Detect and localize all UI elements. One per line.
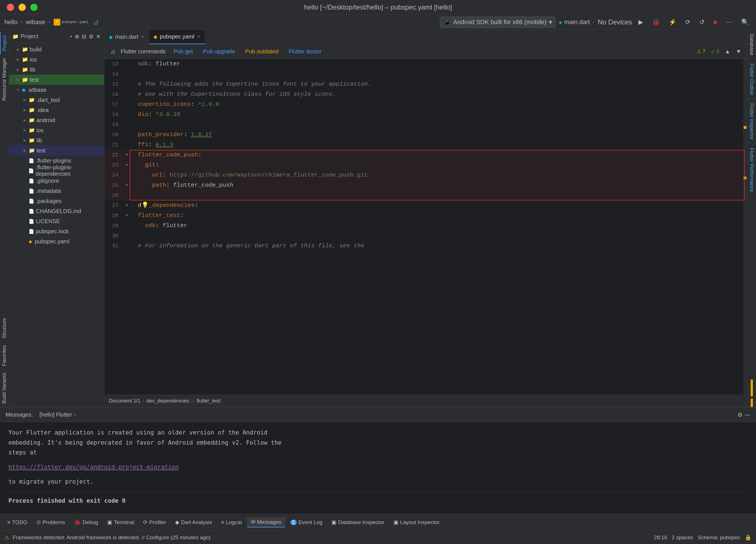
bottom-tab-problems[interactable]: ⊙ Problems — [33, 517, 69, 527]
device-selector[interactable]: 📱 Android SDK built for x86 (mobile) ▾ — [440, 17, 556, 28]
editor-status: Document 1/1 › dev_dependencies: › flutt… — [104, 395, 747, 407]
panel-hide-btn[interactable]: — — [745, 412, 750, 418]
flutter-doctor-button[interactable]: Flutter doctor — [287, 47, 324, 56]
dart-tab-icon: ◆ — [109, 34, 113, 40]
flutter-hot-restart[interactable]: ↺ — [697, 17, 707, 28]
tree-item-test[interactable]: ▶ 📁 test — [9, 145, 104, 156]
messages-tab[interactable]: [hello] Flutter ✕ — [37, 412, 79, 418]
messages-tab-bar-label: Messages — [257, 519, 281, 525]
profiler-label: Profiler — [149, 519, 166, 525]
bottom-tab-layout-inspector[interactable]: ▣ Layout Inspector — [390, 517, 443, 527]
bottom-tab-event-log[interactable]: 1 Event Log — [287, 518, 326, 527]
sidebar-tab-project[interactable]: Project — [0, 32, 9, 54]
line-num-29: 29 — [104, 221, 124, 231]
bottom-tab-database-inspector[interactable]: ▣ Database Inspector — [327, 517, 388, 527]
code-line-19: 19 — [104, 120, 747, 130]
project-close-btn[interactable]: ✕ — [96, 33, 101, 40]
tree-item-lib[interactable]: ▶ 📁 lib — [9, 135, 104, 145]
profile-button[interactable]: ⚡ — [666, 17, 679, 28]
folder-icon-test-top: 📁 — [22, 77, 28, 83]
run-file-selector[interactable]: ◆ main.dart ▾ — [559, 19, 594, 26]
tree-item-packages[interactable]: ▶ 📄 .packages — [9, 196, 104, 206]
traffic-lights — [7, 4, 38, 11]
profiler-icon: ⟳ — [143, 519, 148, 525]
pub-upgrade-button[interactable]: Pub upgrade — [201, 47, 237, 56]
message-line-3: steps at — [8, 448, 748, 458]
panel-settings-btn[interactable]: ⚙ — [737, 412, 743, 418]
breadcrumb-pubspec[interactable]: Y pubspec.yaml — [54, 19, 88, 26]
migration-link[interactable]: https://flutter.dev/go/android-project-m… — [8, 464, 179, 470]
flutter-commands-bar: ⊿ Flutter commands Pub get Pub upgrade P… — [104, 44, 747, 59]
breadcrumb-sep-1: › — [20, 19, 23, 26]
project-settings-btn[interactable]: ⚙ — [89, 33, 94, 40]
right-tab-flutter-performance[interactable]: Flutter Performance — [748, 144, 756, 197]
line-content-28: flutter_test: — [130, 211, 185, 221]
project-collapse-btn[interactable]: ⊟ — [82, 33, 86, 40]
tree-item-metadata[interactable]: ▶ 📄 .metadata — [9, 186, 104, 196]
sidebar-tab-favorites[interactable]: Favorites — [0, 342, 8, 369]
tree-item-license[interactable]: ▶ 📄 LICENSE — [9, 216, 104, 226]
bottom-tab-messages[interactable]: ✉ Messages — [247, 517, 285, 527]
bottom-tab-debug[interactable]: 🐞 Debug — [70, 517, 102, 527]
code-editor[interactable]: 13 sdk: flutter 14 15 # The fo — [104, 59, 747, 395]
sidebar-tab-resource[interactable]: Resource Manager — [0, 54, 8, 104]
stop-button[interactable]: ■ — [711, 17, 720, 28]
breadcrumb-hello[interactable]: hello — [4, 19, 17, 26]
code-line-30: 30 — [104, 231, 747, 241]
fold-23: ▼ — [124, 160, 130, 170]
window-title: hello [~/Desktop/test/hello] – pubspec.y… — [304, 3, 452, 11]
event-log-badge: 1 — [290, 520, 297, 525]
messages-tab-close[interactable]: ✕ — [74, 413, 77, 417]
project-add-btn[interactable]: ⊕ — [75, 33, 79, 40]
debug-button[interactable]: 🐞 — [649, 17, 663, 28]
tree-item-idea[interactable]: ▶ 📁 .idea — [9, 105, 104, 115]
bottom-tab-logcat[interactable]: ≡ Logcat — [217, 518, 246, 527]
tree-item-pubspec-lock[interactable]: ▶ 📄 pubspec.lock — [9, 226, 104, 236]
bottom-tab-todo[interactable]: ≡ TODO — [3, 518, 31, 527]
tab-pubspec-yaml-close[interactable]: ✕ — [197, 34, 200, 39]
gutter-warning-2 — [744, 177, 746, 179]
bottom-tab-dart-analysis[interactable]: ◆ Dart Analysis — [171, 517, 216, 527]
flutter-cmd-icon: ⊿ — [110, 48, 115, 55]
tree-item-lib-top[interactable]: ▶ 📁 lib — [9, 65, 104, 75]
tree-label-license: LICENSE — [36, 218, 60, 225]
right-tab-flutter-outline[interactable]: Flutter Outline — [748, 60, 756, 99]
tree-item-wtbase[interactable]: ▼ ◆ wtbase — [9, 85, 104, 95]
more-button[interactable]: ⋯ — [723, 17, 735, 28]
pub-get-button[interactable]: Pub get — [171, 47, 195, 56]
message-divider — [8, 491, 748, 492]
project-menu-btn[interactable]: ▾ — [70, 34, 72, 39]
pub-outdated-button[interactable]: Pub outdated — [243, 47, 281, 56]
maximize-button[interactable] — [30, 4, 38, 11]
tree-item-gitignore[interactable]: ▶ 📄 .gitignore — [9, 176, 104, 186]
run-button[interactable]: ▶ — [636, 17, 646, 28]
tab-main-dart[interactable]: ◆ main.dart ✕ — [104, 30, 149, 44]
tree-item-changelog[interactable]: ▶ 📄 CHANGELOG.md — [9, 206, 104, 216]
close-button[interactable] — [7, 4, 14, 11]
minimize-button[interactable] — [19, 4, 26, 11]
tree-item-dart-tool[interactable]: ▶ 📁 .dart_tool — [9, 95, 104, 105]
tree-item-ios[interactable]: ▶ 📁 ios — [9, 125, 104, 135]
tree-item-test-top[interactable]: ▶ 📁 test — [9, 75, 104, 85]
sidebar-tab-structure[interactable]: Structure — [0, 315, 8, 342]
tree-item-build[interactable]: ▶ 📁 build — [9, 44, 104, 54]
expand-down-btn[interactable]: ▼ — [736, 48, 741, 55]
tab-pubspec-yaml[interactable]: ◆ pubspec.yaml ✕ — [149, 30, 205, 44]
expand-up-btn[interactable]: ▲ — [725, 48, 730, 55]
line-num-24: 24 — [104, 170, 124, 180]
flutter-hot-reload[interactable]: ⟳ — [682, 17, 693, 28]
right-tab-database[interactable]: Database — [748, 30, 756, 60]
bottom-tab-profiler[interactable]: ⟳ Profiler — [139, 517, 170, 527]
right-tab-flutter-inspector[interactable]: Flutter Inspector — [748, 99, 756, 144]
tab-main-dart-close[interactable]: ✕ — [141, 34, 144, 40]
tree-label-lib: lib — [36, 137, 42, 144]
tree-item-android[interactable]: ▶ 📁 android — [9, 115, 104, 125]
tree-item-ios-top[interactable]: ▶ 📁 ios — [9, 54, 104, 65]
breadcrumb-wtbase[interactable]: wtbase — [26, 19, 45, 26]
search-button[interactable]: 🔍 — [738, 17, 752, 28]
fold-27: ▼ — [124, 200, 130, 211]
sidebar-tab-buildvariants[interactable]: Build Variants — [0, 369, 8, 407]
tree-item-flutter-plugins-deps[interactable]: ▶ 📄 .flutter-plugins-dependencies — [9, 166, 104, 176]
bottom-tab-terminal[interactable]: ▣ Terminal — [103, 517, 138, 527]
tree-item-pubspec-yaml[interactable]: ▶ ◆ pubspec.yaml — [9, 236, 104, 246]
